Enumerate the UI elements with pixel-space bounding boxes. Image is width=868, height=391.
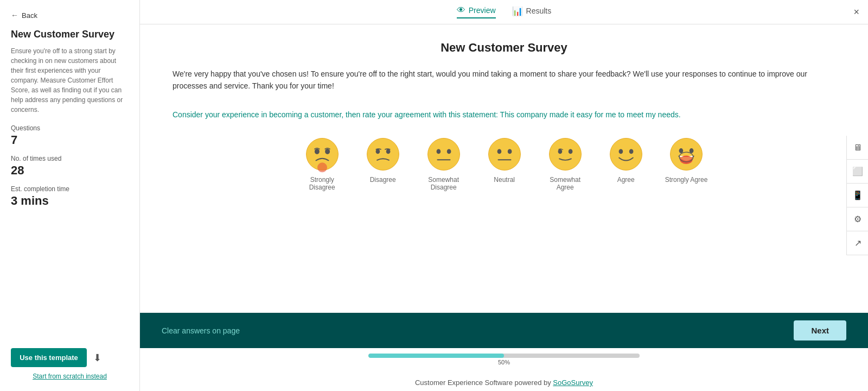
svg-point-23 [690,148,694,153]
completion-value: 3 mins [11,194,129,208]
preview-tab-label: Preview [469,6,496,15]
start-scratch-button[interactable]: Start from scratch instead [11,373,129,380]
svg-point-12 [497,149,501,154]
disagree-label: Disagree [370,176,396,184]
tablet-view-button[interactable]: ⬜ [847,160,868,184]
survey-main-title: New Customer Survey [173,41,835,55]
footer-text: Customer Experience Software [415,379,513,387]
completion-label: Est. completion time [11,185,129,193]
survey-question: Consider your experience in becoming a c… [173,109,835,121]
close-button[interactable]: × [853,7,859,18]
results-tab-label: Results [526,7,552,15]
footer-powered-by: powered by [515,379,551,387]
topbar-tabs: 👁 Preview 📊 Results [457,5,551,18]
svg-point-18 [610,138,642,171]
preview-tab[interactable]: 👁 Preview [457,5,496,18]
agree-label: Agree [617,176,635,184]
agree-face [609,137,643,172]
desktop-view-button[interactable]: 🖥 [847,136,868,160]
next-button[interactable]: Next [794,320,846,340]
disagree-face [366,137,400,172]
strongly-disagree-label: Strongly Disagree [301,176,344,191]
progress-section: 50% [140,348,868,371]
progress-wrapper: 50% [368,354,640,365]
download-button[interactable]: ⬇ [93,352,101,364]
sidebar: ← Back New Customer Survey Ensure you're… [0,0,140,391]
results-tab[interactable]: 📊 Results [512,6,552,18]
bar-chart-icon: 📊 [512,6,523,16]
svg-point-20 [629,149,633,154]
neutral-label: Neutral [494,176,515,184]
svg-point-15 [549,138,581,171]
progress-bar-container [368,354,640,358]
svg-point-6 [386,149,390,154]
somewhat-disagree-face [426,137,461,172]
questions-value: 7 [11,133,129,147]
svg-point-11 [488,138,520,171]
svg-point-2 [315,149,320,154]
questions-label: Questions [11,124,129,132]
svg-point-7 [427,138,459,171]
strongly-agree-face [669,137,704,172]
emoji-rating-row: Strongly Disagree Disagree [173,137,835,191]
right-icon-panel: 🖥 ⬜ 📱 ⚙ ↗ [846,136,868,255]
survey-intro: We're very happy that you've chosen us! … [173,68,835,92]
svg-point-4 [367,138,399,171]
option-disagree[interactable]: Disagree [366,137,400,191]
svg-point-17 [568,149,572,154]
svg-point-3 [325,149,330,154]
customize-button[interactable]: ⚙ [847,207,868,231]
svg-point-8 [436,149,441,154]
topbar: 👁 Preview 📊 Results × [140,0,868,24]
option-somewhat-agree[interactable]: Somewhat Agree [544,137,587,191]
use-template-button[interactable]: Use this template [11,348,87,367]
footer: Customer Experience Software powered by … [140,371,868,391]
progress-bar-fill [368,354,504,358]
main-content: 👁 Preview 📊 Results × New Customer Surve… [140,0,868,391]
times-used-value: 28 [11,163,129,178]
svg-point-22 [679,148,684,153]
svg-point-9 [446,149,451,154]
clear-answers-button[interactable]: Clear answers on page [162,326,240,335]
option-agree[interactable]: Agree [609,137,643,191]
somewhat-agree-face [548,137,583,172]
times-used-label: No. of times used [11,155,129,162]
option-neutral[interactable]: Neutral [487,137,522,191]
progress-percent: 50% [368,359,640,365]
export-button[interactable]: ↗ [847,231,868,255]
svg-point-5 [375,149,380,154]
strongly-agree-label: Strongly Agree [665,176,708,184]
svg-point-1 [317,163,327,173]
eye-icon: 👁 [457,5,465,15]
footer-brand-link[interactable]: SoGoSurvey [553,379,593,387]
strongly-disagree-face [305,137,340,172]
survey-title-sidebar: New Customer Survey [11,28,129,41]
svg-point-21 [671,138,703,171]
option-somewhat-disagree[interactable]: Somewhat Disagree [422,137,465,191]
survey-content: New Customer Survey We're very happy tha… [140,24,868,313]
somewhat-disagree-label: Somewhat Disagree [422,176,465,191]
neutral-face [487,137,522,172]
survey-description: Ensure you're off to a strong start by c… [11,46,129,115]
back-button[interactable]: ← Back [11,11,129,20]
option-strongly-agree[interactable]: Strongly Agree [665,137,708,191]
option-strongly-disagree[interactable]: Strongly Disagree [301,137,344,191]
back-arrow-icon: ← [11,11,18,20]
somewhat-agree-label: Somewhat Agree [544,176,587,191]
mobile-view-button[interactable]: 📱 [847,184,868,207]
svg-point-19 [618,149,623,154]
svg-point-16 [558,149,562,154]
svg-point-13 [507,149,512,154]
back-label: Back [22,11,37,20]
bottom-action-bar: Clear answers on page Next [140,313,868,348]
